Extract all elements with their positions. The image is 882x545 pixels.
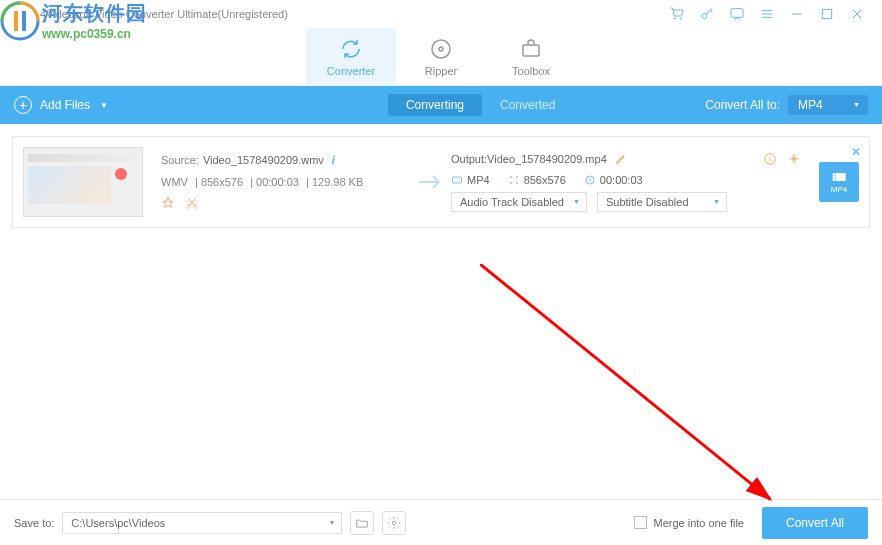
source-filename: Video_1578490209.wmv [203,154,324,166]
output-label: Output: [451,153,487,165]
settings-icon[interactable] [382,511,406,535]
reorder-icon[interactable] [851,163,861,181]
chevron-down-icon: ▼ [100,101,108,110]
merge-checkbox[interactable]: Merge into one file [634,516,744,529]
add-files-label: Add Files [40,98,90,112]
checkbox-icon [634,516,647,529]
merge-label: Merge into one file [653,517,744,529]
key-icon[interactable] [697,4,717,24]
svg-rect-8 [523,45,539,56]
plus-icon: + [14,96,32,114]
pin-icon[interactable] [161,196,175,210]
subtab-converted[interactable]: Converted [482,94,573,116]
tab-converter-label: Converter [327,65,375,77]
output-format: MP4 [451,174,490,186]
svg-rect-5 [822,9,831,18]
titlebar: 4Videosoft Video Converter Ultimate(Unre… [0,0,882,28]
app-title: 4Videosoft Video Converter Ultimate(Unre… [40,8,288,20]
info-circle-icon[interactable] [763,152,777,166]
tab-ripper-label: Ripper [425,65,457,77]
subtitle-select[interactable]: Subtitle Disabled [597,192,727,212]
close-icon[interactable] [847,4,867,24]
bottom-bar: Save to: C:\Users\pc\Videos Merge into o… [0,499,882,545]
cart-icon[interactable] [667,4,687,24]
cut-icon[interactable] [185,196,199,210]
remove-file-icon[interactable]: ✕ [851,145,861,159]
svg-point-3 [702,13,707,18]
svg-line-15 [480,264,770,499]
file-list: Source: Video_1578490209.wmv i WMV | 856… [0,124,882,240]
add-files-button[interactable]: + Add Files ▼ [14,96,108,114]
source-column: Source: Video_1578490209.wmv i WMV | 856… [161,154,411,210]
source-label: Source: [161,154,199,166]
edit-icon[interactable] [615,153,627,165]
file-item: Source: Video_1578490209.wmv i WMV | 856… [12,136,870,228]
compress-icon[interactable] [787,152,801,166]
main-tabs: Converter Ripper Toolbox [0,28,882,86]
output-filename: Video_1578490209.mp4 [487,153,607,165]
tab-toolbox-label: Toolbox [512,65,550,77]
audio-track-select[interactable]: Audio Track Disabled [451,192,587,212]
output-duration: 00:00:03 [584,174,643,186]
menu-icon[interactable] [757,4,777,24]
svg-rect-12 [453,177,462,183]
video-thumbnail[interactable] [23,147,143,217]
save-to-path-select[interactable]: C:\Users\pc\Videos [62,512,342,534]
svg-point-6 [432,40,450,58]
arrow-icon [411,174,451,190]
toolbar: + Add Files ▼ Converting Converted Conve… [0,86,882,124]
output-column: Output: Video_1578490209.mp4 MP4 856x576 [451,152,809,212]
output-resolution: 856x576 [508,174,566,186]
source-meta: WMV | 856x576 | 00:00:03 | 129.98 KB [161,176,411,188]
tab-converter[interactable]: Converter [306,28,396,86]
convert-all-button[interactable]: Convert All [762,507,868,539]
svg-rect-14 [832,173,845,181]
minimize-icon[interactable] [787,4,807,24]
open-folder-icon[interactable] [350,511,374,535]
tab-ripper[interactable]: Ripper [396,28,486,86]
maximize-icon[interactable] [817,4,837,24]
svg-point-7 [439,47,443,51]
tab-toolbox[interactable]: Toolbox [486,28,576,86]
info-icon[interactable]: i [332,154,335,166]
subtab-converting[interactable]: Converting [388,94,482,116]
convert-all-format-select[interactable]: MP4 [788,95,868,115]
feedback-icon[interactable] [727,4,747,24]
save-to-label: Save to: [14,517,54,529]
annotation-arrow [480,264,800,524]
svg-point-16 [393,521,397,525]
convert-all-to-label: Convert All to: [705,98,780,112]
